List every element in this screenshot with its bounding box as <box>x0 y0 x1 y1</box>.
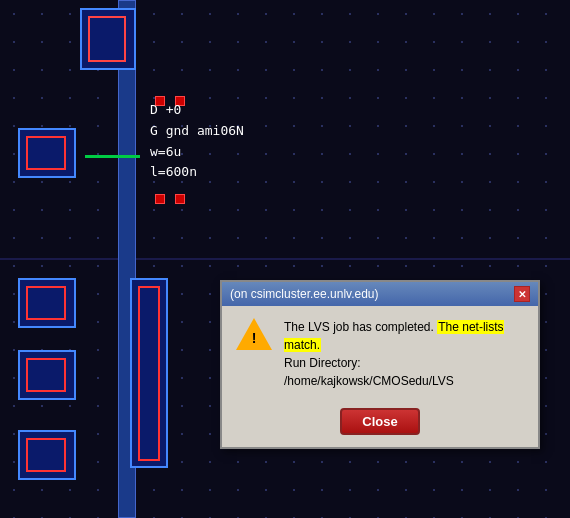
canvas-divider <box>0 258 570 260</box>
warning-exclamation: ! <box>252 330 257 346</box>
dialog-message: The LVS job has completed. The net-lists… <box>284 318 524 390</box>
green-wire <box>85 155 140 158</box>
red-marker-3 <box>155 194 165 204</box>
label-line3: w=6u <box>150 142 244 163</box>
left-component-3-inner <box>26 358 66 392</box>
dialog-titlebar: (on csimcluster.ee.unlv.edu) ✕ <box>222 282 538 306</box>
red-marker-4 <box>175 194 185 204</box>
label-line1: D +0 <box>150 100 244 121</box>
message-part2: Run Directory: /home/kajkowsk/CMOSedu/LV… <box>284 356 454 388</box>
dialog-footer: Close <box>222 402 538 447</box>
warning-icon: ! <box>236 318 272 354</box>
left-component-2-inner <box>26 286 66 320</box>
center-bottom-inner <box>138 286 160 461</box>
dialog-box: (on csimcluster.ee.unlv.edu) ✕ ! The LVS… <box>220 280 540 449</box>
message-part1: The LVS job has completed. <box>284 320 434 334</box>
dialog-close-x-button[interactable]: ✕ <box>514 286 530 302</box>
left-component-4-inner <box>26 438 66 472</box>
label-line2: G gnd ami06N <box>150 121 244 142</box>
schematic-canvas: D +0 G gnd ami06N w=6u l=600n (on csimcl… <box>0 0 570 518</box>
component-top-inner <box>88 16 126 62</box>
close-button[interactable]: Close <box>340 408 419 435</box>
left-component-1-inner <box>26 136 66 170</box>
schematic-label-group: D +0 G gnd ami06N w=6u l=600n <box>150 100 244 183</box>
dialog-body: ! The LVS job has completed. The net-lis… <box>222 306 538 402</box>
label-line4: l=600n <box>150 162 244 183</box>
dialog-title: (on csimcluster.ee.unlv.edu) <box>230 287 379 301</box>
